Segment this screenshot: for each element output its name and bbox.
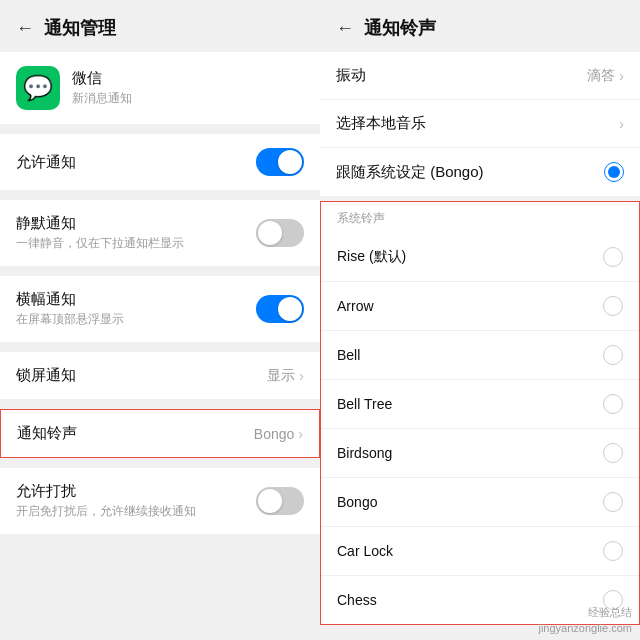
dnd-left: 允许打扰 开启免打扰后，允许继续接收通知 (16, 482, 196, 520)
ringtone-group: 通知铃声 Bongo › (0, 409, 320, 458)
follow-system-radio[interactable] (604, 162, 624, 182)
ringtone-name-rise: Rise (默认) (337, 248, 406, 266)
system-section-label: 系统铃声 (321, 202, 639, 233)
ringtone-item-bell[interactable]: Bell (321, 331, 639, 380)
watermark: 经验总结 jingyanzonglie.com (538, 605, 632, 636)
dnd-label: 允许打扰 (16, 482, 196, 501)
ringtone-item-birdsong[interactable]: Birdsong (321, 429, 639, 478)
app-info: 微信 新消息通知 (72, 69, 132, 107)
settings-group-4: 锁屏通知 显示 › (0, 352, 320, 399)
watermark-line1: 经验总结 (588, 606, 632, 618)
right-header: ← 通知铃声 (320, 0, 640, 52)
wechat-icon: 💬 (23, 74, 53, 102)
app-sub: 新消息通知 (72, 90, 132, 107)
banner-notify-row[interactable]: 横幅通知 在屏幕顶部悬浮显示 (0, 276, 320, 342)
ringtone-radio-arrow[interactable] (603, 296, 623, 316)
settings-group-5: 允许打扰 开启免打扰后，允许继续接收通知 (0, 468, 320, 534)
ringtone-name-chess: Chess (337, 592, 377, 608)
settings-group-1: 允许通知 (0, 134, 320, 190)
ringtone-item-car-lock[interactable]: Car Lock (321, 527, 639, 576)
dnd-toggle[interactable] (256, 487, 304, 515)
right-panel: ← 通知铃声 振动 滴答 › 选择本地音乐 › 跟随系统设定 (Bongo) 系… (320, 0, 640, 640)
allow-notify-label: 允许通知 (16, 153, 76, 172)
top-options: 振动 滴答 › 选择本地音乐 › 跟随系统设定 (Bongo) (320, 52, 640, 197)
ringtone-item-rise[interactable]: Rise (默认) (321, 233, 639, 282)
ringtone-radio-bell-tree[interactable] (603, 394, 623, 414)
lockscreen-label: 锁屏通知 (16, 366, 76, 385)
lockscreen-value-text: 显示 (267, 367, 295, 385)
lockscreen-row[interactable]: 锁屏通知 显示 › (0, 352, 320, 399)
ringtone-label: 通知铃声 (17, 424, 77, 443)
ringtone-radio-rise[interactable] (603, 247, 623, 267)
lockscreen-chevron-icon: › (299, 368, 304, 384)
vibration-value-text: 滴答 (587, 67, 615, 85)
local-music-label: 选择本地音乐 (336, 114, 426, 133)
ringtone-radio-bongo[interactable] (603, 492, 623, 512)
local-music-row[interactable]: 选择本地音乐 › (320, 100, 640, 148)
app-name: 微信 (72, 69, 132, 88)
follow-system-label: 跟随系统设定 (Bongo) (336, 163, 484, 182)
banner-notify-left: 横幅通知 在屏幕顶部悬浮显示 (16, 290, 124, 328)
follow-system-row[interactable]: 跟随系统设定 (Bongo) (320, 148, 640, 197)
right-title: 通知铃声 (364, 16, 436, 40)
ringtone-radio-bell[interactable] (603, 345, 623, 365)
watermark-line2: jingyanzonglie.com (538, 622, 632, 634)
local-music-chevron-icon: › (619, 116, 624, 132)
lockscreen-value: 显示 › (267, 367, 304, 385)
vibration-label: 振动 (336, 66, 366, 85)
right-back-button[interactable]: ← (336, 18, 354, 39)
silent-notify-row[interactable]: 静默通知 一律静音，仅在下拉通知栏显示 (0, 200, 320, 266)
wechat-icon-container: 💬 (16, 66, 60, 110)
silent-notify-toggle[interactable] (256, 219, 304, 247)
allow-notify-left: 允许通知 (16, 153, 76, 172)
ringtone-name-arrow: Arrow (337, 298, 374, 314)
left-panel: ← 通知管理 💬 微信 新消息通知 允许通知 静默通知 一律静音，仅在下拉通知栏… (0, 0, 320, 640)
ringtone-value: Bongo › (254, 426, 303, 442)
ringtone-radio-car-lock[interactable] (603, 541, 623, 561)
ringtone-name-bell-tree: Bell Tree (337, 396, 392, 412)
dnd-sub: 开启免打扰后，允许继续接收通知 (16, 503, 196, 520)
banner-notify-label: 横幅通知 (16, 290, 124, 309)
left-back-button[interactable]: ← (16, 18, 34, 39)
ringtone-name-birdsong: Birdsong (337, 445, 392, 461)
ringtone-radio-birdsong[interactable] (603, 443, 623, 463)
silent-notify-sub: 一律静音，仅在下拉通知栏显示 (16, 235, 184, 252)
vibration-row[interactable]: 振动 滴答 › (320, 52, 640, 100)
ringtone-item-arrow[interactable]: Arrow (321, 282, 639, 331)
vibration-value: 滴答 › (587, 67, 624, 85)
vibration-chevron-icon: › (619, 68, 624, 84)
left-header: ← 通知管理 (0, 0, 320, 52)
allow-notify-toggle[interactable] (256, 148, 304, 176)
settings-group-2: 静默通知 一律静音，仅在下拉通知栏显示 (0, 200, 320, 266)
ringtone-value-text: Bongo (254, 426, 294, 442)
left-title: 通知管理 (44, 16, 116, 40)
ringtone-name-bell: Bell (337, 347, 360, 363)
ringtone-name-car-lock: Car Lock (337, 543, 393, 559)
silent-notify-left: 静默通知 一律静音，仅在下拉通知栏显示 (16, 214, 184, 252)
allow-notify-row[interactable]: 允许通知 (0, 134, 320, 190)
silent-notify-label: 静默通知 (16, 214, 184, 233)
system-ringtones-section: 系统铃声 Rise (默认) Arrow Bell Bell Tree Bird… (320, 201, 640, 625)
ringtone-item-bongo[interactable]: Bongo (321, 478, 639, 527)
banner-notify-toggle[interactable] (256, 295, 304, 323)
ringtone-row[interactable]: 通知铃声 Bongo › (1, 410, 319, 457)
ringtone-chevron-icon: › (298, 426, 303, 442)
banner-notify-sub: 在屏幕顶部悬浮显示 (16, 311, 124, 328)
app-card: 💬 微信 新消息通知 (0, 52, 320, 124)
dnd-row[interactable]: 允许打扰 开启免打扰后，允许继续接收通知 (0, 468, 320, 534)
settings-group-3: 横幅通知 在屏幕顶部悬浮显示 (0, 276, 320, 342)
ringtone-name-bongo: Bongo (337, 494, 377, 510)
ringtone-item-bell-tree[interactable]: Bell Tree (321, 380, 639, 429)
